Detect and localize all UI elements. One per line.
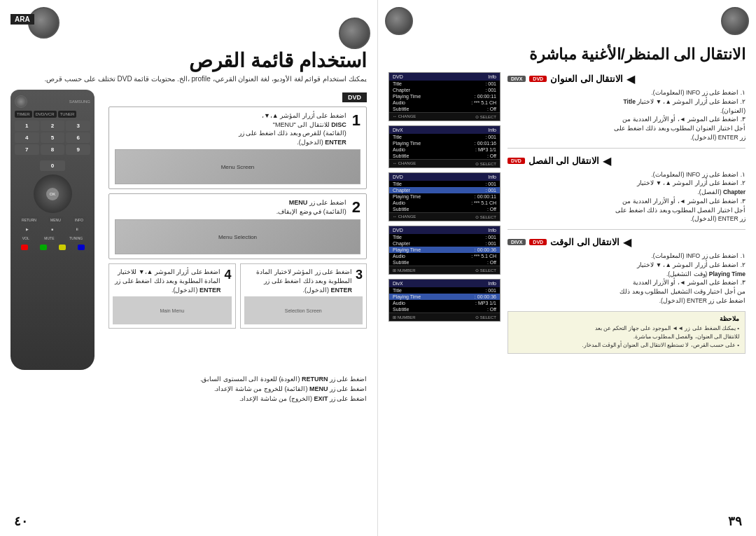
screen1-header: DVD Info — [389, 73, 500, 81]
time-section-title: الانتقال الى الوقت — [550, 237, 620, 247]
right-page-speaker-right — [721, 7, 749, 35]
screen3-footer: ↔ CHANGE⊙ SELECT — [389, 212, 500, 221]
step-1-number: 1 — [352, 111, 360, 130]
mute-btn[interactable]: MUTE — [42, 235, 56, 242]
play-btn[interactable]: ▶ — [24, 226, 31, 233]
number-pad: 1 2 3 4 5 6 7 8 9 — [15, 121, 90, 155]
right-page-number: ٣٩ — [728, 514, 742, 529]
screen-dvd-time: DVD Info Title: 001 Chapter: 001 Playing… — [388, 226, 500, 275]
pause-btn[interactable]: ⏸ — [74, 226, 81, 233]
step-1-text: اضغط على أزرار المؤشر ▲،▼، DISC للانتقال… — [239, 111, 346, 146]
title-section-content: ١. اضغط على زر INFO (المعلومات). ٢. اضغط… — [507, 88, 746, 142]
left-page-number: ٤٠ — [14, 514, 28, 529]
right-page-speaker-left — [385, 7, 413, 35]
screen3-row-subtitle: Subtitle: Off — [389, 206, 500, 212]
screen3-row-chapter: Chapter: 001 — [389, 187, 500, 193]
step-2-box: 2 اضغط على زر MENU (القائمة) في وضع الإي… — [108, 193, 367, 259]
btn-1[interactable]: 1 — [15, 121, 39, 131]
screen4-row-playtime: Playing Time: 00:00:36 — [389, 247, 500, 253]
screen-dvd-title: DVD Info Title: 001 Chapter: 001 Playing… — [388, 72, 500, 121]
btn-7[interactable]: 7 — [15, 144, 39, 155]
step-2-number: 2 — [352, 198, 360, 217]
screen2-row-audio: Audio: MP3 1/1 — [389, 146, 500, 153]
btn-2[interactable]: 2 — [41, 121, 65, 131]
divx-badge-time: DIVX — [507, 239, 526, 245]
speaker-right-icon — [339, 18, 374, 53]
screen5-header: DivX Info — [389, 280, 500, 287]
btn-8[interactable]: 8 — [41, 144, 65, 155]
screen1-row-playtime: Playing Time: 00:00:11 — [389, 93, 500, 99]
screen4-row-title: Title: 001 — [389, 234, 500, 240]
note-text: • يمكنك الضغط على زر ◄◄ الموجود على جهاز… — [514, 324, 739, 350]
bottom-nav: اضغط على زر RETURN (العودة) للعودة الى ا… — [10, 376, 367, 402]
screen1-footer: ↔ CHANGE⊙ SELECT — [389, 112, 500, 121]
screen-divx-time: DivX Info Title: 001 Playing Time: 00:00… — [388, 279, 500, 322]
info-btn[interactable]: INFO — [73, 217, 85, 224]
step-3-number: 3 — [356, 268, 363, 294]
screen1-row-chapter: Chapter: 001 — [389, 87, 500, 93]
screens-column: DVD Info Title: 001 Chapter: 001 Playing… — [388, 72, 500, 354]
tuning-btn[interactable]: TUNING — [67, 235, 85, 242]
yellow-btn[interactable] — [59, 245, 66, 250]
menu-nav-text: اضغط على زر MENU (القائمة) للخروج من شاش… — [10, 385, 367, 392]
blue-btn[interactable] — [78, 245, 85, 250]
btn-4[interactable]: 4 — [15, 132, 39, 143]
screen4-row-audio: Audio: *** 5.1 CH — [389, 253, 500, 259]
step-3-box: 3 اضغط على زر المؤشر لاختيار المادة المط… — [240, 263, 368, 329]
screen1-row-audio: Audio: *** 5.1 CH — [389, 99, 500, 106]
time-arrow-icon: ◀ — [623, 235, 631, 249]
left-page-subtitle: يمكنك استخدام قوائم لغة الأوديو، لغة الع… — [10, 75, 367, 83]
screen2-row-playtime: Playing Time: 00:01:16 — [389, 140, 500, 146]
return-btn[interactable]: RETURN — [20, 217, 38, 224]
screen5-row-title: Title: 001 — [389, 287, 500, 294]
screen1-row-title: Title: 001 — [389, 81, 500, 87]
btn-6[interactable]: 6 — [66, 132, 90, 143]
btn-0[interactable]: 0 — [40, 160, 65, 171]
dvd-badge-time: DVD — [529, 239, 547, 245]
title-section: ◀ الانتقال الى العنوان DVD DIVX ١. اضغط … — [507, 72, 746, 142]
right-content-area: DVD Info Title: 001 Chapter: 001 Playing… — [388, 72, 746, 354]
speaker-left-icon — [28, 7, 63, 42]
steps-grid: 3 اضغط على زر المؤشر لاختيار المادة المط… — [108, 263, 367, 329]
dvd-btn[interactable]: DVD/VCR — [34, 111, 57, 118]
tuner-btn[interactable]: TUNER — [58, 111, 77, 118]
screen5-row-audio: Audio: MP3 1/1 — [389, 300, 500, 306]
time-section: ◀ الانتقال الى الوقت DVD DIVX ١. اضغط عل… — [507, 235, 746, 305]
power-button[interactable] — [15, 95, 27, 108]
step-2-text: اضغط على زر MENU (القائمة) في وضع الإيقا… — [276, 198, 346, 216]
time-section-header: ◀ الانتقال الى الوقت DVD DIVX — [507, 235, 746, 249]
title-section-header: ◀ الانتقال الى العنوان DVD DIVX — [507, 72, 746, 85]
screen2-row-subtitle: Subtitle: Off — [389, 153, 500, 159]
step-2-image: Menu Selection — [115, 219, 360, 254]
instructions-area: DVD 1 اضغط على أزرار المؤشر ▲،▼، DISC لل… — [108, 90, 367, 370]
screen5-footer: ⊞ NUMBER⊙ SELECT — [389, 312, 500, 321]
chapter-section: ◀ الانتقال الى الفصل DVD ١. اضغط على زر … — [507, 154, 746, 224]
step-4-box: 4 اضغط على أزرار الموشر ▲،▼ للاختيار الم… — [108, 263, 236, 329]
step-3-text: اضغط على زر المؤشر لاختيار المادة المطلو… — [244, 268, 352, 294]
ara-badge: ARA — [10, 14, 34, 25]
btn-5[interactable]: 5 — [41, 132, 65, 143]
chapter-section-header: ◀ الانتقال الى الفصل DVD — [507, 154, 746, 167]
screen4-footer: ⊞ NUMBER⊙ SELECT — [389, 266, 500, 274]
dvd-badge-chapter: DVD — [507, 158, 525, 164]
green-btn[interactable] — [40, 245, 47, 250]
screen5-row-subtitle: Subtitle: Off — [389, 306, 500, 312]
step-1-image: Menu Screen — [115, 149, 360, 184]
btn-3[interactable]: 3 — [66, 121, 90, 131]
return-nav-text: اضغط على زر RETURN (العودة) للعودة الى ا… — [10, 376, 367, 383]
divx-badge-title: DIVX — [507, 76, 526, 82]
menu-btn[interactable]: MENU — [48, 217, 63, 224]
stop-btn[interactable]: ■ — [49, 226, 55, 233]
divider-2 — [507, 229, 746, 230]
red-btn[interactable] — [21, 245, 28, 250]
nav-circle[interactable]: OK — [34, 174, 72, 213]
step-4-text: اضغط على أزرار الموشر ▲،▼ للاختيار الماد… — [113, 268, 220, 294]
timer-btn[interactable]: TIMER — [15, 111, 32, 118]
chapter-section-title: الانتقال الى الفصل — [528, 156, 599, 166]
left-page-title: استخدام قائمة القرص — [10, 49, 367, 72]
time-section-content: ١. اضغط على زر INFO (المعلومات). ٢. اضغط… — [507, 252, 746, 305]
enter-center[interactable]: OK — [46, 188, 59, 200]
vol-btn[interactable]: VOL — [20, 235, 31, 242]
btn-9[interactable]: 9 — [66, 144, 90, 155]
screen4-header: DVD Info — [389, 226, 500, 234]
